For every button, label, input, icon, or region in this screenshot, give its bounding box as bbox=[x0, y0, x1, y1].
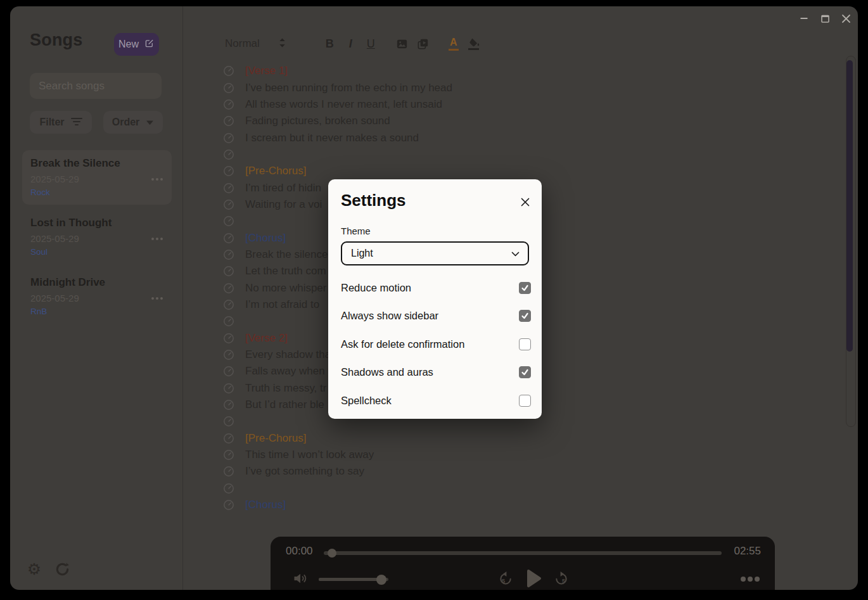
sidebar-footer: ⚙ bbox=[25, 560, 71, 578]
song-options-icon[interactable] bbox=[150, 177, 164, 182]
text-color-swatch bbox=[449, 49, 459, 51]
lyric-text[interactable]: [Pre-Chorus] bbox=[245, 165, 306, 177]
line-timestamp-icon[interactable] bbox=[223, 249, 234, 260]
editor-scrollbar-thumb[interactable] bbox=[846, 60, 853, 352]
settings-gear-icon[interactable]: ⚙ bbox=[25, 560, 43, 578]
new-song-button[interactable]: New bbox=[114, 33, 159, 56]
checkbox[interactable] bbox=[519, 395, 531, 407]
progress-thumb[interactable] bbox=[328, 549, 336, 558]
lyric-text[interactable]: I scream but it never makes a sound bbox=[245, 132, 419, 144]
lyric-text[interactable]: Falls away when y bbox=[245, 365, 333, 378]
lyric-line: All these words I never meant, left unsa… bbox=[223, 96, 452, 113]
lyric-text[interactable]: I’ve been running from the echo in my he… bbox=[245, 82, 452, 94]
song-date: 2025-05-29 bbox=[30, 174, 79, 184]
block-format-select[interactable]: Normal bbox=[225, 37, 286, 51]
editor-toolbar: Normal B I U A bbox=[225, 35, 480, 53]
text-color-button[interactable]: A bbox=[449, 37, 459, 51]
checkbox[interactable] bbox=[519, 282, 531, 294]
line-timestamp-icon[interactable] bbox=[223, 416, 234, 427]
lyric-text[interactable]: Break the silence, bbox=[245, 248, 331, 261]
line-timestamp-icon[interactable] bbox=[223, 149, 234, 160]
song-options-icon[interactable] bbox=[150, 236, 164, 241]
line-timestamp-icon[interactable] bbox=[223, 215, 234, 227]
lyric-text[interactable]: Every shadow tha bbox=[245, 348, 331, 361]
forward-5-icon[interactable]: 5 bbox=[554, 570, 569, 587]
song-genre-link[interactable]: RnB bbox=[30, 307, 47, 316]
italic-button[interactable]: I bbox=[349, 37, 352, 51]
line-timestamp-icon[interactable] bbox=[223, 316, 234, 327]
line-timestamp-icon[interactable] bbox=[223, 283, 234, 294]
lyric-text[interactable]: Let the truth com bbox=[245, 265, 326, 278]
line-timestamp-icon[interactable] bbox=[223, 383, 234, 394]
volume-icon[interactable] bbox=[292, 571, 309, 589]
minimize-button[interactable] bbox=[797, 11, 811, 25]
insert-image-icon[interactable] bbox=[395, 37, 409, 51]
line-timestamp-icon[interactable] bbox=[223, 165, 234, 177]
line-timestamp-icon[interactable] bbox=[223, 333, 234, 344]
sync-refresh-icon[interactable] bbox=[53, 560, 71, 578]
line-timestamp-icon[interactable] bbox=[223, 366, 234, 377]
lyric-text[interactable]: All these words I never meant, left unsa… bbox=[245, 98, 442, 111]
lyric-text[interactable]: No more whisper bbox=[245, 282, 327, 295]
line-timestamp-icon[interactable] bbox=[223, 449, 234, 461]
checkbox[interactable] bbox=[519, 310, 531, 322]
song-list-item[interactable]: Midnight Drive 2025-05-29 RnB bbox=[22, 269, 172, 324]
line-timestamp-icon[interactable] bbox=[223, 99, 234, 110]
line-timestamp-icon[interactable] bbox=[223, 399, 234, 411]
line-timestamp-icon[interactable] bbox=[223, 82, 234, 94]
line-timestamp-icon[interactable] bbox=[223, 182, 234, 194]
order-button[interactable]: Order bbox=[103, 111, 163, 134]
line-timestamp-icon[interactable] bbox=[223, 299, 234, 310]
play-button[interactable] bbox=[524, 568, 543, 589]
line-timestamp-icon[interactable] bbox=[223, 466, 234, 477]
lyric-text[interactable]: [Verse 1] bbox=[245, 65, 288, 77]
lyric-text[interactable]: [Chorus] bbox=[245, 232, 286, 245]
lyric-text[interactable]: Fading pictures, broken sound bbox=[245, 115, 390, 127]
song-title: Break the Silence bbox=[30, 157, 164, 170]
song-list-item[interactable]: Break the Silence 2025-05-29 Rock bbox=[22, 150, 172, 205]
song-list-item[interactable]: Lost in Thought 2025-05-29 Soul bbox=[22, 210, 172, 264]
lyric-text[interactable]: [Chorus] bbox=[245, 499, 286, 511]
lyric-text[interactable]: Truth is messy, tr bbox=[245, 382, 326, 395]
settings-option-label: Reduce motion bbox=[341, 282, 411, 294]
filter-lines-icon bbox=[71, 117, 82, 128]
lyric-text[interactable]: Waiting for a voi bbox=[245, 198, 322, 211]
song-options-icon[interactable] bbox=[150, 296, 164, 301]
line-timestamp-icon[interactable] bbox=[223, 265, 234, 277]
line-timestamp-icon[interactable] bbox=[223, 483, 234, 494]
line-timestamp-icon[interactable] bbox=[223, 199, 234, 210]
lyric-text[interactable]: I’m not afraid to bbox=[245, 298, 322, 311]
player-more-options-icon[interactable] bbox=[741, 577, 760, 582]
search-input[interactable] bbox=[30, 73, 162, 99]
close-button[interactable] bbox=[839, 11, 853, 25]
theme-select[interactable]: Light bbox=[341, 241, 529, 265]
insert-media-icon[interactable] bbox=[416, 37, 430, 51]
rewind-5-icon[interactable]: 5 bbox=[498, 570, 513, 587]
bold-button[interactable]: B bbox=[326, 37, 334, 51]
checkbox[interactable] bbox=[519, 338, 531, 350]
lyric-text[interactable]: [Pre-Chorus] bbox=[245, 432, 306, 445]
lyric-text[interactable]: [Verse 2] bbox=[245, 332, 288, 345]
line-timestamp-icon[interactable] bbox=[223, 433, 234, 444]
lyric-text[interactable]: I’m tired of hidin bbox=[245, 182, 321, 195]
line-timestamp-icon[interactable] bbox=[223, 349, 234, 361]
underline-button[interactable]: U bbox=[367, 37, 375, 51]
lyric-text[interactable]: I’ve got something to say bbox=[245, 465, 364, 478]
lyric-text[interactable]: But I’d rather ble bbox=[245, 399, 324, 411]
maximize-button[interactable] bbox=[818, 11, 832, 25]
song-genre-link[interactable]: Soul bbox=[30, 247, 48, 257]
modal-close-icon[interactable] bbox=[518, 195, 533, 210]
line-timestamp-icon[interactable] bbox=[223, 65, 234, 77]
volume-thumb[interactable] bbox=[376, 575, 386, 585]
seek-bar[interactable] bbox=[324, 551, 722, 555]
lyric-text[interactable]: This time I won’t look away bbox=[245, 449, 374, 461]
highlight-color-button[interactable] bbox=[468, 38, 480, 50]
filter-button[interactable]: Filter bbox=[30, 111, 92, 134]
volume-slider[interactable] bbox=[319, 578, 388, 581]
line-timestamp-icon[interactable] bbox=[223, 499, 234, 511]
checkbox[interactable] bbox=[519, 366, 531, 378]
line-timestamp-icon[interactable] bbox=[223, 233, 234, 244]
line-timestamp-icon[interactable] bbox=[223, 132, 234, 144]
line-timestamp-icon[interactable] bbox=[223, 115, 234, 127]
song-genre-link[interactable]: Rock bbox=[30, 188, 50, 197]
